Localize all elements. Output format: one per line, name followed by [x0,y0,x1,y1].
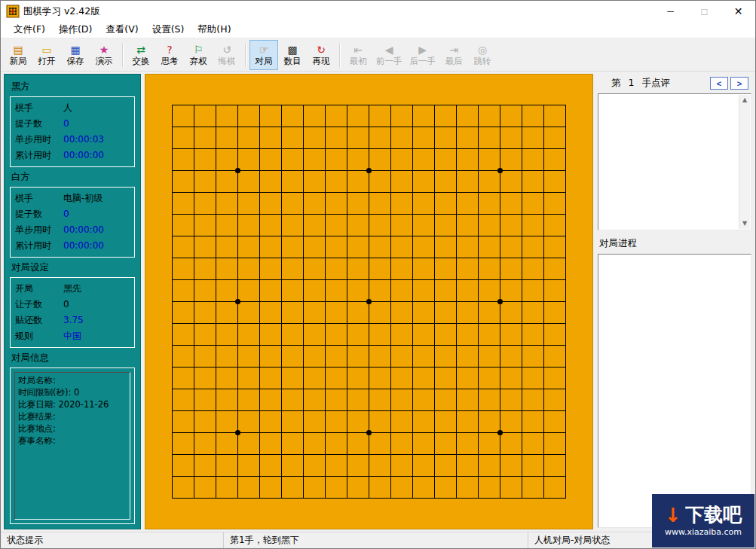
count-icon: ▩ [287,44,297,56]
white-move-time: 00:00:00 [63,222,104,238]
info-section-title: 对局信息 [10,348,135,368]
save-button[interactable]: ▦ 保存 [61,40,90,70]
pass-icon: ⚐ [194,44,204,56]
toolbar-separator [339,43,340,67]
white-player-box: 棋手 电脑-初级 提子数 0 单步用时 00:00:00 累计用时 00:00:… [10,187,135,258]
white-captures: 0 [63,206,69,222]
new-game-button[interactable]: ▤ 新局 [4,40,32,70]
field-row: 棋手 人 [15,100,130,116]
last-move-button[interactable]: ⇥ 最后 [439,40,468,70]
game-info-box: 对局名称: 时间限制(秒): 0 比赛日期: 2020-11-26 比赛结果: … [10,368,135,524]
play-game-icon: ☞ [259,44,269,56]
close-button[interactable]: ✕ [721,1,755,22]
star-point [497,430,503,435]
handicap-value: 0 [63,297,69,313]
toolbar: ▤ 新局 ▭ 打开 ▦ 保存 ★ 演示 ⇄ 交换 ? 思考 ⚐ 弃权 ↺ 悔棋 … [1,38,755,72]
pass-button[interactable]: ⚐ 弃权 [184,40,213,70]
white-total-time: 00:00:00 [63,238,104,254]
white-player-name: 电脑-初级 [63,191,103,206]
watermark-url: www.xiazaiba.com [665,527,742,537]
new-game-icon: ▤ [13,44,23,56]
first-move-button[interactable]: ⇤ 最初 [344,40,372,70]
think-button[interactable]: ? 思考 [155,40,184,70]
next-move-icon: ▶ [418,44,427,56]
demo-button[interactable]: ★ 演示 [90,40,118,70]
count-button[interactable]: ▩ 数目 [278,40,307,70]
white-section-title: 白方 [10,167,135,187]
star-point [497,168,503,173]
progress-title: 对局进程 [598,230,751,254]
jump-icon: ◎ [478,44,487,56]
toolbar-separator [245,43,246,67]
star-point [235,168,240,173]
black-captures: 0 [63,116,69,132]
minimize-button[interactable]: ─ [653,1,687,22]
field-row: 贴还数 3.75 [15,313,130,328]
field-row: 单步用时 00:00:00 [15,222,130,238]
prev-comment-button[interactable]: < [710,77,728,90]
move-number: 1 [626,77,638,88]
maximize-button[interactable]: □ [687,1,721,22]
match-result-line: 比赛结果: [18,410,127,422]
menu-settings[interactable]: 设置(S) [145,22,191,38]
game-name-line: 对局名称: [18,374,127,386]
watermark: ↓ 下载吧 www.xiazaiba.com [652,494,754,547]
title-bar: 围棋学习 v2.42版 ─ □ ✕ [1,1,755,22]
commentary-nav: < > [710,77,748,90]
prev-move-button[interactable]: ◀ 前一手 [372,40,406,70]
toolbar-separator [122,43,123,67]
play-game-button[interactable]: ☞ 对局 [249,40,278,70]
black-total-time: 00:00:00 [63,148,104,163]
field-row: 累计用时 00:00:00 [15,148,130,163]
opening-value: 黑先 [63,281,81,297]
main-area: 黑方 棋手 人 提子数 0 单步用时 00:00:03 累计用时 00:00:0… [1,72,755,532]
time-limit-line: 时间限制(秒): 0 [18,386,127,398]
commentary-scrollbar[interactable]: ▲ ▼ [739,95,750,229]
field-row: 开局 黑先 [15,281,130,297]
komi-value: 3.75 [63,313,84,328]
menu-bar: 文件(F) 操作(D) 查看(V) 设置(S) 帮助(H) [1,22,755,38]
menu-view[interactable]: 查看(V) [99,22,145,38]
black-section-title: 黑方 [10,77,135,96]
game-info-inner: 对局名称: 时间限制(秒): 0 比赛日期: 2020-11-26 比赛结果: … [14,372,130,520]
undo-move-button[interactable]: ↺ 悔棋 [213,40,241,70]
app-icon[interactable] [6,5,20,18]
field-row: 单步用时 00:00:03 [15,132,130,148]
black-player-name: 人 [63,100,72,116]
commentary-header: 第1手点评 < > [598,75,751,93]
commentary-box: ▲ ▼ [598,93,751,230]
field-row: 提子数 0 [15,206,130,222]
menu-help[interactable]: 帮助(H) [191,22,237,38]
right-panel: 第1手点评 < > ▲ ▼ 对局进程 [597,74,752,529]
star-point [366,430,372,435]
field-row: 让子数 0 [15,297,130,313]
swap-button[interactable]: ⇄ 交换 [127,40,155,70]
settings-section-title: 对局设定 [10,258,135,277]
game-settings-box: 开局 黑先 让子数 0 贴还数 3.75 规则 中国 [10,277,135,348]
jump-button[interactable]: ◎ 跳转 [468,40,497,70]
prev-move-icon: ◀ [385,44,393,56]
go-board-grid[interactable] [172,105,566,499]
menu-file[interactable]: 文件(F) [7,22,52,38]
next-move-button[interactable]: ▶ 后一手 [406,40,440,70]
replay-icon: ↻ [317,44,326,56]
next-comment-button[interactable]: > [730,77,748,90]
menu-operate[interactable]: 操作(D) [52,22,99,38]
left-info-panel: 黑方 棋手 人 提子数 0 单步用时 00:00:03 累计用时 00:00:0… [4,74,141,529]
scroll-down-icon[interactable]: ▼ [742,218,747,229]
go-board-area [145,74,593,529]
scroll-up-icon[interactable]: ▲ [742,95,747,105]
first-move-icon: ⇤ [354,44,363,56]
demo-icon: ★ [99,44,109,56]
replay-button[interactable]: ↻ 再现 [307,40,335,70]
black-move-time: 00:00:03 [63,132,104,148]
field-row: 累计用时 00:00:00 [15,238,130,254]
star-point [235,299,240,304]
window-title: 围棋学习 v2.42版 [23,5,100,18]
watermark-name: 下载吧 [685,505,742,526]
status-turn: 第1手，轮到黑下 [224,532,528,548]
rules-value: 中国 [63,328,81,344]
save-icon: ▦ [70,44,80,56]
open-button[interactable]: ▭ 打开 [32,40,61,70]
match-date-line: 比赛日期: 2020-11-26 [18,398,127,410]
